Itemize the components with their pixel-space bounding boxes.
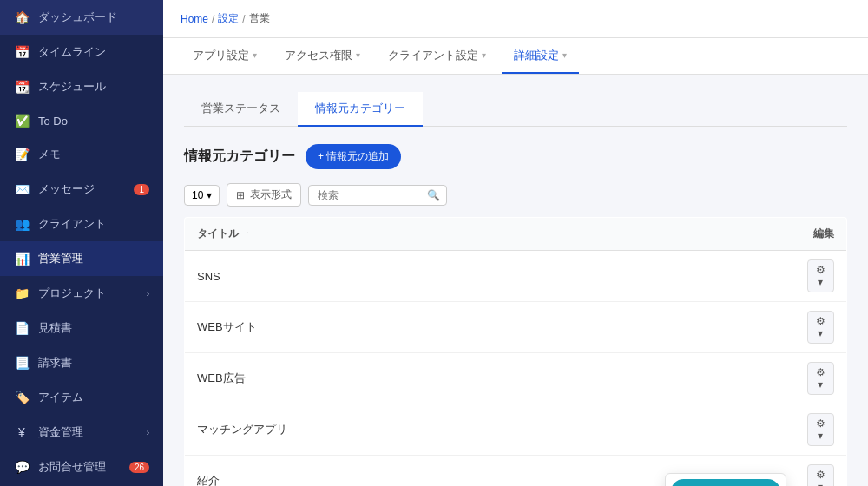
sidebar-item-label: スケジュール xyxy=(38,79,106,95)
sidebar-item-label: 請求書 xyxy=(38,355,72,371)
sidebar-item-message[interactable]: ✉️ メッセージ 1 xyxy=(0,172,163,207)
table-toolbar: 10 ▾ ⊞ 表示形式 🔍 xyxy=(184,183,847,207)
invoice-icon: 📃 xyxy=(14,356,30,370)
sidebar-item-label: メモ xyxy=(38,147,61,162)
memo-icon: 📝 xyxy=(14,148,30,161)
sub-tab-sales-status[interactable]: 営業ステータス xyxy=(184,92,298,127)
sidebar-item-inquiry[interactable]: 💬 お問合せ管理 26 xyxy=(0,450,163,484)
access-dropdown-icon: ▾ xyxy=(356,50,360,60)
table-row: SNS ⚙ ▾ xyxy=(185,251,847,302)
main-content: Home / 設定 / 営業 アプリ設定 ▾ アクセス権限 ▾ クライアント設定… xyxy=(163,0,868,486)
client-icon: 👥 xyxy=(14,217,30,231)
row-title: マッチングアプリ xyxy=(185,404,795,456)
table-row: WEBサイト ⚙ ▾ xyxy=(185,302,847,353)
finance-arrow-icon: › xyxy=(147,428,149,437)
sidebar-item-schedule[interactable]: 📆 スケジュール xyxy=(0,69,163,104)
timeline-icon: 📅 xyxy=(14,45,30,59)
search-icon: 🔍 xyxy=(427,189,440,201)
breadcrumb-sep1: / xyxy=(212,13,214,25)
sidebar-item-label: 営業管理 xyxy=(38,251,83,266)
estimate-icon: 📄 xyxy=(14,321,30,335)
message-badge: 1 xyxy=(134,184,149,195)
sidebar-item-label: アイテム xyxy=(38,390,83,405)
search-box: 🔍 xyxy=(308,185,447,206)
sidebar-item-label: メッセージ xyxy=(38,181,95,197)
dashboard-icon: 🏠 xyxy=(14,10,30,24)
breadcrumb: Home / 設定 / 営業 xyxy=(181,11,270,26)
sidebar-item-label: ダッシュボード xyxy=(38,10,117,25)
sidebar-item-label: 見積書 xyxy=(38,320,72,336)
sidebar: 🏠 ダッシュボード 📅 タイムライン 📆 スケジュール ✅ To Do 📝 メモ… xyxy=(0,0,163,486)
sales-icon: 📊 xyxy=(14,252,30,266)
gear-button-2[interactable]: ⚙ ▾ xyxy=(807,311,835,344)
sidebar-item-client[interactable]: 👥 クライアント xyxy=(0,207,163,241)
section-header: 情報元カテゴリー + 情報元の追加 xyxy=(184,144,847,169)
todo-icon: ✅ xyxy=(14,114,30,128)
breadcrumb-sep2: / xyxy=(242,13,245,25)
table-container: タイトル ↑ 編集 SNS ⚙ ▾ WEBサイト xyxy=(184,217,847,486)
sidebar-item-invoice[interactable]: 📃 請求書 xyxy=(0,345,163,380)
project-arrow-icon: › xyxy=(147,289,149,299)
display-mode-label: 表示形式 xyxy=(250,187,292,202)
breadcrumb-settings[interactable]: 設定 xyxy=(218,11,239,26)
sidebar-item-label: 資金管理 xyxy=(38,424,83,440)
sub-tabs: 営業ステータス 情報元カテゴリー xyxy=(184,92,847,127)
count-dropdown-icon: ▾ xyxy=(207,189,212,201)
display-mode-button[interactable]: ⊞ 表示形式 xyxy=(227,183,301,207)
search-input[interactable] xyxy=(318,189,422,201)
table-row: マッチングアプリ ⚙ ▾ xyxy=(185,404,847,456)
row-title: WEB広告 xyxy=(185,353,795,404)
sidebar-item-sales[interactable]: 📊 営業管理 xyxy=(0,241,163,276)
detail-settings-dropdown-icon: ▾ xyxy=(562,50,567,60)
sidebar-item-label: To Do xyxy=(38,115,68,128)
row-title: SNS xyxy=(185,251,795,302)
sidebar-item-label: クライアント xyxy=(38,216,106,232)
message-icon: ✉️ xyxy=(14,182,30,196)
add-category-button[interactable]: + 情報元の追加 xyxy=(306,144,401,169)
content-area: 営業ステータス 情報元カテゴリー 情報元カテゴリー + 情報元の追加 10 ▾ … xyxy=(163,75,868,486)
col-title: タイトル ↑ xyxy=(185,218,795,251)
gear-button-3[interactable]: ⚙ ▾ xyxy=(807,362,835,395)
sidebar-item-finance[interactable]: ¥ 資金管理 › xyxy=(0,415,163,450)
nav-tabs-top: アプリ設定 ▾ アクセス権限 ▾ クライアント設定 ▾ 詳細設定 ▾ xyxy=(163,38,868,75)
row-actions: ⚙ ▾ xyxy=(795,251,847,302)
section-title: 情報元カテゴリー xyxy=(184,148,295,166)
sub-tab-info-category[interactable]: 情報元カテゴリー xyxy=(298,92,423,127)
sort-icon[interactable]: ↑ xyxy=(245,229,249,239)
row-dropdown-popup: ✎ カテゴリー編集 ✕ カテゴリー削除 xyxy=(665,473,786,486)
app-settings-dropdown-icon: ▾ xyxy=(253,50,257,60)
sidebar-item-project[interactable]: 📁 プロジェクト › xyxy=(0,276,163,311)
tab-access[interactable]: アクセス権限 ▾ xyxy=(273,39,372,74)
sidebar-item-label: タイムライン xyxy=(38,44,106,60)
tab-detail-settings[interactable]: 詳細設定 ▾ xyxy=(502,39,579,74)
sidebar-item-estimate[interactable]: 📄 見積書 xyxy=(0,311,163,345)
count-select[interactable]: 10 ▾ xyxy=(184,185,220,206)
table-row: WEB広告 ⚙ ▾ xyxy=(185,353,847,404)
sidebar-item-timeline[interactable]: 📅 タイムライン xyxy=(0,35,163,69)
topbar: Home / 設定 / 営業 xyxy=(163,0,868,38)
row-actions: ⚙ ▾ xyxy=(795,353,847,404)
inquiry-badge: 26 xyxy=(129,462,149,473)
client-settings-dropdown-icon: ▾ xyxy=(482,50,486,60)
row-actions: ⚙ ▾ xyxy=(795,302,847,353)
gear-button-5[interactable]: ⚙ ▾ xyxy=(807,464,835,486)
row-title: WEBサイト xyxy=(185,302,795,353)
schedule-icon: 📆 xyxy=(14,80,30,94)
tab-client-settings[interactable]: クライアント設定 ▾ xyxy=(376,39,498,74)
col-actions: 編集 xyxy=(795,218,847,251)
inquiry-icon: 💬 xyxy=(14,460,30,474)
finance-icon: ¥ xyxy=(14,425,30,439)
edit-category-button[interactable]: ✎ カテゴリー編集 xyxy=(671,479,780,486)
row-actions: ⚙ ▾ xyxy=(795,404,847,456)
sidebar-item-dashboard[interactable]: 🏠 ダッシュボード xyxy=(0,0,163,35)
gear-button-1[interactable]: ⚙ ▾ xyxy=(807,259,835,292)
sidebar-item-label: プロジェクト xyxy=(38,286,106,301)
tab-app-settings[interactable]: アプリ設定 ▾ xyxy=(181,39,269,74)
sidebar-item-items[interactable]: 🏷️ アイテム xyxy=(0,380,163,415)
gear-button-4[interactable]: ⚙ ▾ xyxy=(807,413,835,446)
breadcrumb-home[interactable]: Home xyxy=(181,13,208,25)
sidebar-item-todo[interactable]: ✅ To Do xyxy=(0,104,163,137)
breadcrumb-current: 営業 xyxy=(249,11,270,26)
sidebar-item-memo[interactable]: 📝 メモ xyxy=(0,137,163,172)
row-actions: ⚙ ▾ xyxy=(795,456,847,487)
